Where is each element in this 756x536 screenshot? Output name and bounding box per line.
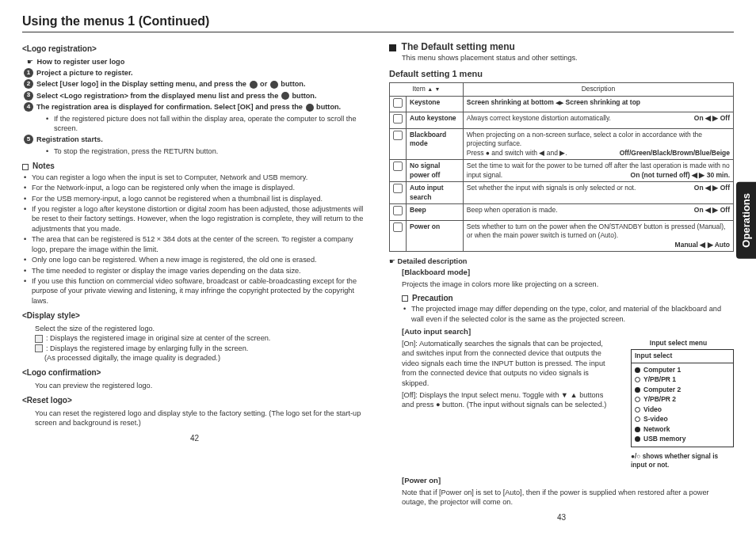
signal-on-icon (635, 427, 640, 432)
page-number-right: 43 (389, 512, 734, 523)
list-item: USB memory (635, 435, 730, 443)
reset-logo-heading: <Reset logo> (22, 395, 367, 406)
left-column: <Logo registration> ☛ How to register us… (22, 40, 367, 528)
row-icon (390, 128, 407, 159)
step-number-icon: 2 (24, 79, 33, 89)
list-item: Only one logo can be registered. When a … (32, 255, 367, 264)
button-icon (306, 104, 314, 112)
row-icon (390, 182, 407, 204)
signal-on-icon (635, 387, 640, 393)
row-item: Auto input search (407, 182, 464, 204)
how-to-heading: How to register user logo (37, 58, 125, 66)
table-header-row: Item ▲ ▼ Description (390, 83, 734, 96)
detailed-desc-heading: ☛ Detailed description (389, 257, 734, 266)
step-5-sub: To stop the registration, press the RETU… (54, 146, 367, 156)
display-style-opt-2: : Displays the registered image by enlar… (35, 344, 367, 353)
default-setting-1-heading: Default setting 1 menu (389, 68, 734, 80)
list-item: Video (635, 405, 730, 414)
row-item: Blackboard mode (407, 128, 464, 159)
power-on-heading: [Power on] (402, 476, 734, 486)
step-4-sublist: If the registered picture does not fall … (44, 114, 367, 134)
signal-off-icon (635, 377, 640, 382)
row-desc: Beep when operation is made.On ◀ ▶ Off (463, 204, 733, 220)
signal-off-icon (635, 407, 640, 412)
step-1-text: Project a picture to register. (36, 69, 133, 77)
finger-icon: ☛ (27, 57, 35, 67)
row-item: Power on (407, 220, 464, 251)
row-item: No signal power off (407, 160, 464, 182)
page: Using the menus 1 (Continued) <Logo regi… (0, 0, 756, 536)
step-4-text-b: button. (315, 103, 342, 111)
list-item: If you register a logo after keystone di… (32, 204, 367, 234)
step-4-text-a: The registration area is displayed for c… (36, 103, 305, 111)
table-row: No signal power off Set the time to wait… (390, 160, 734, 182)
step-number-icon: 5 (24, 135, 33, 144)
list-item: The time needed to register or display t… (32, 266, 367, 276)
list-item: For the Network-input, a logo can be reg… (32, 183, 367, 192)
signal-on-icon (635, 367, 640, 373)
default-setting-sub: This menu shows placement status and oth… (402, 53, 734, 63)
row-icon (390, 220, 407, 251)
blackboard-mode-heading: [Blackboard mode] (402, 268, 734, 278)
signal-on-icon (635, 436, 640, 442)
step-2: 2 Select [User logo] in the Display sett… (36, 79, 367, 89)
page-number-left: 42 (22, 433, 367, 444)
side-tab-operations: Operations (736, 182, 756, 259)
list-item: Computer 1 (635, 366, 730, 374)
table-row: Auto keystone Always correct keystone di… (390, 112, 734, 128)
page-title: Using the menus 1 (Continued) (22, 14, 734, 32)
step-4: 4 The registration area is displayed for… (36, 102, 367, 112)
auto-input-on: [On]: Automatically searches the signals… (402, 339, 615, 388)
row-item: Beep (407, 204, 464, 220)
button-icon (250, 81, 258, 89)
notes-list: You can register a logo when the input i… (22, 173, 367, 306)
default-setting-heading: The Default setting menu (389, 40, 734, 53)
settings-table: Item ▲ ▼ Description Keystone Screen shr… (389, 82, 734, 252)
list-item: S-video (635, 415, 730, 424)
row-icon (390, 96, 407, 112)
row-icon (390, 160, 407, 182)
list-item: If you use this function on commercial v… (32, 276, 367, 306)
signal-off-icon (635, 416, 640, 422)
step-number-icon: 3 (24, 91, 33, 101)
list-item: You can register a logo when the input i… (32, 173, 367, 182)
finger-icon: ☛ (389, 257, 395, 265)
notes-heading: Notes (22, 161, 367, 172)
row-desc: Screen shrinking at bottom Screen shrink… (463, 96, 733, 112)
row-icon (390, 112, 407, 128)
display-style-opt-2-text: : Displays the registered image by enlar… (46, 344, 248, 352)
table-row: Beep Beep when operation is made.On ◀ ▶ … (390, 204, 734, 220)
th-description: Description (463, 83, 733, 96)
logo-confirmation-text: You can preview the registered logo. (35, 381, 367, 390)
display-style-opt-2b: (As processed digitally, the image quali… (44, 353, 367, 363)
row-desc: Always correct keystone distortion autom… (463, 112, 733, 128)
square-icon (389, 44, 396, 51)
step-2-text-c: button. (279, 80, 306, 88)
list-item: Y/PB/PR 1 (635, 375, 730, 384)
row-desc: Set whether the input with signals is on… (463, 182, 733, 204)
step-1: 1 Project a picture to register. (36, 68, 367, 78)
th-item: Item ▲ ▼ (390, 83, 464, 96)
step-4-sub: If the registered picture does not fall … (54, 114, 367, 134)
button-icon (270, 81, 278, 89)
row-icon (390, 204, 407, 220)
default-setting-heading-text: The Default setting menu (402, 41, 515, 52)
list-item: Computer 2 (635, 386, 730, 394)
auto-input-off: [Off]: Displays the Input select menu. T… (402, 390, 615, 410)
display-style-heading: <Display style> (22, 310, 367, 321)
auto-input-search-heading: [Auto input search] (402, 327, 734, 337)
input-select-menu-box: Input select Computer 1 Y/PB/PR 1 Comput… (631, 349, 734, 447)
list-item: Y/PB/PR 2 (635, 395, 730, 404)
row-desc: Sets whether to turn on the power when t… (463, 220, 733, 251)
step-5: 5 Registration starts. (36, 135, 367, 144)
table-row: Blackboard mode When projecting on a non… (390, 128, 734, 159)
table-row: Keystone Screen shrinking at bottom Scre… (390, 96, 734, 112)
step-3-text-a: Select <Logo registration> from the disp… (36, 92, 281, 100)
step-2-text-b: or (258, 80, 269, 88)
input-select-header: Input select (632, 350, 733, 363)
display-style-opt-1: : Displays the registered image in origi… (35, 333, 367, 343)
logo-registration-heading: <Logo registration> (22, 44, 367, 55)
power-on-text: Note that if [Power on] is set to [Auto]… (402, 488, 734, 507)
step-2-text-a: Select [User logo] in the Display settin… (36, 80, 249, 88)
list-item: The projected image may differ depending… (411, 304, 734, 324)
